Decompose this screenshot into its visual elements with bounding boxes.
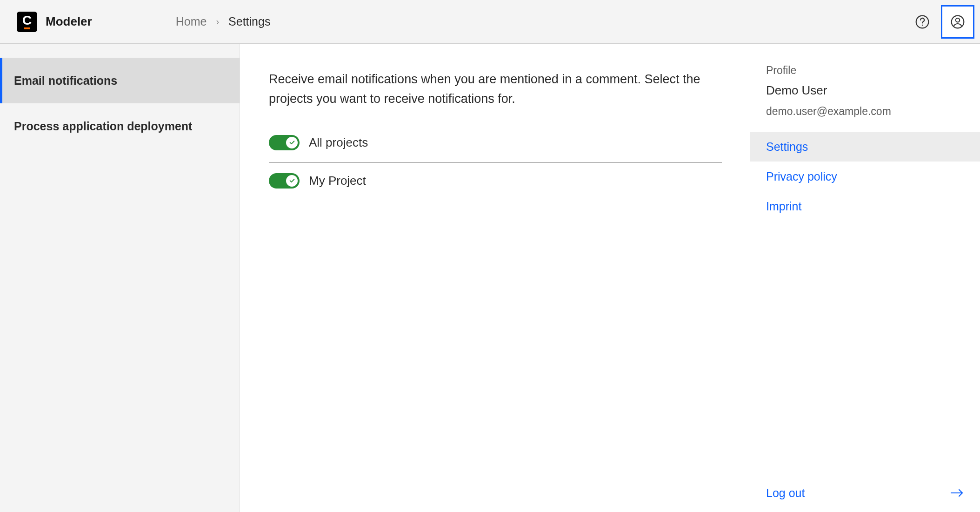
toggle-label: My Project: [309, 174, 366, 188]
help-icon: [915, 14, 930, 29]
arrow-right-icon: [950, 488, 964, 498]
profile-section: Profile Demo User demo.user@example.com: [750, 44, 980, 132]
profile-panel: Profile Demo User demo.user@example.com …: [750, 44, 980, 512]
sidebar-item-label: Email notifications: [14, 74, 117, 88]
body: Email notifications Process application …: [0, 44, 980, 512]
user-icon: [950, 14, 965, 29]
toggle-label: All projects: [309, 135, 368, 150]
sidebar-item-process-application-deployment[interactable]: Process application deployment: [0, 103, 240, 149]
check-icon: [289, 139, 295, 146]
panel-link-settings[interactable]: Settings: [750, 132, 980, 162]
breadcrumb-current: Settings: [228, 15, 270, 28]
header-actions: [906, 5, 974, 39]
settings-description: Receive email notifications when you are…: [269, 70, 720, 109]
sidebar-item-email-notifications[interactable]: Email notifications: [0, 58, 240, 103]
profile-user-email: demo.user@example.com: [766, 105, 964, 118]
panel-link-imprint[interactable]: Imprint: [750, 191, 980, 221]
app-logo[interactable]: C: [17, 12, 37, 32]
logo-letter: C: [22, 14, 32, 27]
app-title: Modeler: [46, 14, 92, 29]
panel-links: Settings Privacy policy Imprint: [750, 132, 980, 221]
left-sidebar: Email notifications Process application …: [0, 44, 240, 512]
toggle-all-projects[interactable]: [269, 135, 300, 150]
panel-link-label: Settings: [766, 140, 808, 154]
toggle-row-all-projects: All projects: [269, 129, 722, 163]
panel-link-label: Privacy policy: [766, 170, 837, 183]
header: C Modeler Home › Settings: [0, 0, 980, 44]
panel-link-label: Imprint: [766, 200, 801, 213]
logo-accent: [24, 27, 30, 29]
main-content: Receive email notifications when you are…: [240, 44, 750, 512]
sidebar-item-label: Process application deployment: [14, 120, 192, 133]
profile-user-name: Demo User: [766, 83, 964, 98]
toggle-thumb: [286, 137, 298, 148]
toggle-thumb: [286, 175, 298, 187]
logout-label: Log out: [766, 486, 805, 500]
svg-point-3: [956, 18, 960, 22]
svg-point-1: [922, 24, 923, 25]
breadcrumb: Home › Settings: [176, 15, 271, 28]
check-icon: [289, 177, 295, 184]
chevron-right-icon: ›: [216, 16, 219, 27]
breadcrumb-home[interactable]: Home: [176, 15, 207, 28]
logout-button[interactable]: Log out: [750, 474, 980, 512]
help-button[interactable]: [906, 5, 939, 39]
panel-link-privacy-policy[interactable]: Privacy policy: [750, 162, 980, 191]
toggle-my-project[interactable]: [269, 173, 300, 189]
profile-button[interactable]: [941, 5, 974, 39]
profile-section-label: Profile: [766, 64, 964, 77]
toggle-row-my-project: My Project: [269, 163, 722, 198]
